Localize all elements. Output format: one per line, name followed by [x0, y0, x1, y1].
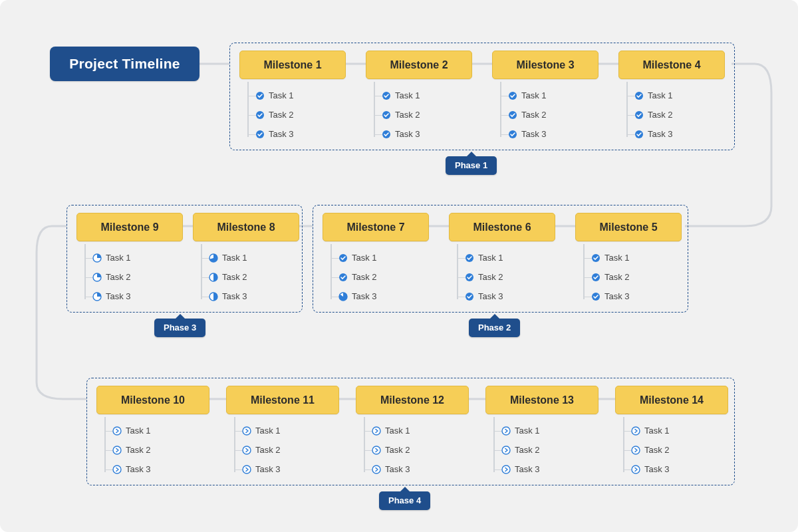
- task-item: Task 3: [373, 460, 469, 479]
- milestone-13: Milestone 13 Task 1 Task 2 Task 3: [485, 386, 598, 479]
- milestone-header: Milestone 5: [575, 213, 682, 241]
- check-icon: [465, 273, 474, 282]
- check-icon: [255, 91, 265, 100]
- milestone-8: Milestone 8 Task 1 Task 2 Task 3: [193, 213, 299, 306]
- diagram-title: Project Timeline: [50, 47, 200, 81]
- task-item: Task 2: [509, 105, 598, 124]
- task-item: Task 1: [210, 248, 299, 267]
- svg-point-31: [243, 446, 251, 454]
- svg-point-35: [372, 466, 380, 473]
- check-icon: [634, 91, 644, 100]
- task-item: Task 3: [243, 460, 339, 479]
- task-item: Task 1: [593, 248, 682, 267]
- task-item: Task 1: [114, 421, 209, 440]
- progress-icon: [338, 292, 348, 301]
- todo-icon: [631, 426, 640, 436]
- check-icon: [382, 130, 391, 139]
- task-item: Task 1: [373, 421, 469, 440]
- svg-point-28: [113, 446, 121, 454]
- task-item: Task 2: [210, 267, 299, 287]
- task-item: Task 2: [243, 440, 339, 460]
- todo-icon: [242, 465, 251, 474]
- svg-point-41: [632, 466, 640, 473]
- check-icon: [255, 130, 265, 139]
- task-item: Task 1: [503, 421, 598, 440]
- milestone-header: Milestone 6: [449, 213, 555, 241]
- milestone-header: Milestone 14: [615, 386, 728, 414]
- milestone-1: Milestone 1 Task 1 Task 2 Task 3: [239, 51, 346, 144]
- milestone-10: Milestone 10 Task 1 Task 2 Task 3: [96, 386, 209, 479]
- task-item: Task 1: [383, 86, 472, 105]
- milestone-header: Milestone 7: [323, 213, 429, 241]
- milestone-12: Milestone 12 Task 1 Task 2 Task 3: [356, 386, 469, 479]
- task-item: Task 3: [210, 287, 299, 306]
- milestone-header: Milestone 2: [366, 51, 472, 79]
- todo-icon: [242, 446, 251, 455]
- milestone-header: Milestone 11: [226, 386, 339, 414]
- milestone-header: Milestone 9: [76, 213, 183, 241]
- todo-icon: [242, 426, 251, 436]
- task-item: Task 3: [636, 124, 725, 144]
- milestone-header: Milestone 8: [193, 213, 299, 241]
- todo-icon: [112, 446, 122, 455]
- task-item: Task 1: [636, 86, 725, 105]
- check-icon: [591, 273, 600, 282]
- check-icon: [508, 130, 517, 139]
- task-item: Task 2: [593, 267, 682, 287]
- task-item: Task 1: [340, 248, 429, 267]
- todo-icon: [631, 446, 640, 455]
- milestone-header: Milestone 4: [618, 51, 725, 79]
- task-item: Task 3: [593, 287, 682, 306]
- svg-point-34: [372, 446, 380, 454]
- task-item: Task 2: [257, 105, 346, 124]
- progress-icon: [209, 292, 218, 301]
- check-icon: [591, 292, 600, 301]
- progress-icon: [209, 253, 218, 263]
- todo-icon: [372, 465, 381, 474]
- milestone-2: Milestone 2 Task 1 Task 2 Task 3: [366, 51, 472, 144]
- check-icon: [465, 253, 474, 263]
- task-item: Task 3: [114, 460, 209, 479]
- phase-2-label: Phase 2: [469, 319, 520, 337]
- check-icon: [338, 273, 348, 282]
- check-icon: [382, 91, 391, 100]
- task-item: Task 3: [94, 287, 183, 306]
- todo-icon: [112, 426, 122, 436]
- task-item: Task 3: [257, 124, 346, 144]
- svg-point-29: [113, 466, 121, 473]
- milestone-4: Milestone 4 Task 1 Task 2 Task 3: [618, 51, 725, 144]
- task-item: Task 3: [383, 124, 472, 144]
- todo-icon: [372, 446, 381, 455]
- check-icon: [634, 130, 644, 139]
- svg-point-30: [243, 427, 251, 435]
- milestone-5: Milestone 5 Task 1 Task 2 Task 3: [575, 213, 682, 306]
- milestone-header: Milestone 13: [485, 386, 598, 414]
- task-item: Task 3: [340, 287, 429, 306]
- check-icon: [382, 110, 391, 120]
- task-item: Task 2: [373, 440, 469, 460]
- task-item: Task 2: [383, 105, 472, 124]
- svg-point-36: [502, 427, 510, 435]
- milestone-header: Milestone 12: [356, 386, 469, 414]
- check-icon: [338, 253, 348, 263]
- task-item: Task 2: [340, 267, 429, 287]
- task-item: Task 1: [243, 421, 339, 440]
- todo-icon: [501, 465, 511, 474]
- task-item: Task 3: [466, 287, 555, 306]
- task-item: Task 2: [94, 267, 183, 287]
- milestone-9: Milestone 9 Task 1 Task 2 Task 3: [76, 213, 183, 306]
- milestone-header: Milestone 3: [492, 51, 598, 79]
- task-item: Task 2: [636, 105, 725, 124]
- check-icon: [465, 292, 474, 301]
- progress-icon: [92, 253, 102, 263]
- milestone-header: Milestone 1: [239, 51, 346, 79]
- todo-icon: [501, 426, 511, 436]
- svg-point-27: [113, 427, 121, 435]
- progress-icon: [92, 273, 102, 282]
- milestone-7: Milestone 7 Task 1 Task 2 Task 3: [323, 213, 429, 306]
- todo-icon: [372, 426, 381, 436]
- task-item: Task 2: [466, 267, 555, 287]
- check-icon: [634, 110, 644, 120]
- check-icon: [508, 110, 517, 120]
- check-icon: [508, 91, 517, 100]
